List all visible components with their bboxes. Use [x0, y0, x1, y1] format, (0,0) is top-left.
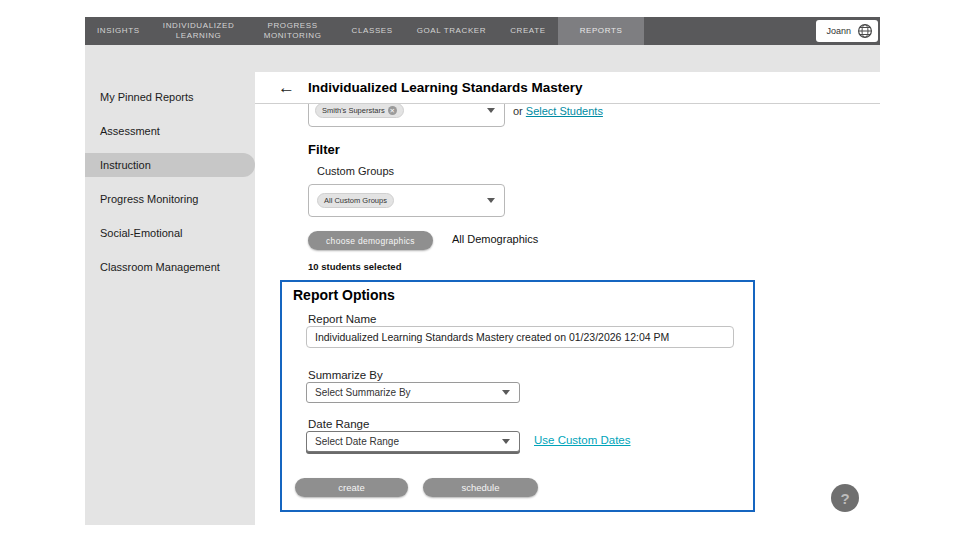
page: INSIGHTS INDIVIDUALIZED LEARNING PROGRES…	[0, 0, 960, 540]
top-nav: INSIGHTS INDIVIDUALIZED LEARNING PROGRES…	[85, 17, 880, 45]
schedule-button[interactable]: schedule	[423, 478, 538, 497]
globe-icon	[857, 23, 873, 39]
app-body: My Pinned Reports Assessment Instruction…	[85, 45, 880, 525]
nav-individualized-learning[interactable]: INDIVIDUALIZED LEARNING	[152, 17, 246, 45]
summarize-by-value: Select Summarize By	[315, 387, 411, 398]
custom-groups-label: Custom Groups	[317, 165, 394, 177]
report-name-label: Report Name	[308, 313, 376, 325]
user-name: Joann	[826, 26, 851, 36]
help-button[interactable]: ?	[831, 484, 859, 512]
select-students-row: or Select Students	[513, 105, 603, 117]
class-chip[interactable]: Smith's Superstars ✕	[315, 104, 404, 118]
students-selected-text: 10 students selected	[308, 261, 401, 272]
nav-reports[interactable]: REPORTS	[558, 17, 645, 45]
date-range-dropdown[interactable]: Select Date Range	[306, 431, 520, 452]
sidebar-item-classroom-management[interactable]: Classroom Management	[85, 255, 255, 279]
create-button[interactable]: create	[295, 478, 408, 497]
custom-groups-chip-label: All Custom Groups	[324, 196, 387, 205]
summarize-by-label: Summarize By	[308, 369, 383, 381]
sidebar-item-progress-monitoring[interactable]: Progress Monitoring	[85, 187, 255, 211]
sidebar-item-assessment[interactable]: Assessment	[85, 119, 255, 143]
nav-progress-monitoring[interactable]: PROGRESS MONITORING	[246, 17, 340, 45]
date-range-value: Select Date Range	[315, 436, 399, 447]
back-arrow-icon[interactable]: ←	[278, 78, 295, 98]
date-range-label: Date Range	[308, 418, 369, 430]
select-students-link[interactable]: Select Students	[526, 105, 603, 117]
report-form: Smith's Superstars ✕ or Select Students …	[255, 104, 880, 525]
chevron-down-icon	[487, 198, 495, 203]
demographics-value: All Demographics	[452, 233, 538, 245]
summarize-by-dropdown[interactable]: Select Summarize By	[306, 382, 520, 403]
nav-insights[interactable]: INSIGHTS	[85, 17, 152, 45]
class-select-dropdown[interactable]: Smith's Superstars ✕	[308, 104, 505, 127]
help-question-icon: ?	[840, 490, 849, 507]
custom-groups-chip[interactable]: All Custom Groups	[317, 193, 394, 208]
filter-heading: Filter	[308, 142, 340, 157]
or-label: or	[513, 105, 523, 117]
main-panel: ← Individualized Learning Standards Mast…	[255, 72, 880, 525]
nav-classes[interactable]: CLASSES	[340, 17, 405, 45]
chevron-down-icon	[487, 108, 495, 113]
choose-demographics-button[interactable]: choose demographics	[308, 231, 433, 250]
chevron-down-icon	[502, 390, 510, 395]
report-options-heading: Report Options	[293, 287, 395, 303]
report-name-input[interactable]	[306, 326, 734, 348]
chevron-down-icon	[502, 439, 510, 444]
report-header: ← Individualized Learning Standards Mast…	[255, 72, 880, 104]
app-window: INSIGHTS INDIVIDUALIZED LEARNING PROGRES…	[85, 17, 880, 525]
user-menu[interactable]: Joann	[816, 20, 878, 42]
custom-groups-dropdown[interactable]: All Custom Groups	[308, 184, 505, 217]
main-area: ← Individualized Learning Standards Mast…	[255, 45, 880, 525]
nav-create[interactable]: CREATE	[498, 17, 557, 45]
nav-goal-tracker[interactable]: GOAL TRACKER	[405, 17, 498, 45]
sidebar-item-instruction[interactable]: Instruction	[85, 153, 255, 177]
class-chip-label: Smith's Superstars	[322, 106, 385, 115]
page-title: Individualized Learning Standards Master…	[308, 80, 583, 95]
report-options-section: Report Options Report Name Summarize By …	[280, 280, 755, 512]
sidebar: My Pinned Reports Assessment Instruction…	[85, 45, 255, 525]
use-custom-dates-link[interactable]: Use Custom Dates	[534, 434, 631, 446]
chip-remove-icon[interactable]: ✕	[388, 106, 397, 115]
sidebar-item-my-pinned-reports[interactable]: My Pinned Reports	[85, 85, 255, 109]
sidebar-item-social-emotional[interactable]: Social-Emotional	[85, 221, 255, 245]
